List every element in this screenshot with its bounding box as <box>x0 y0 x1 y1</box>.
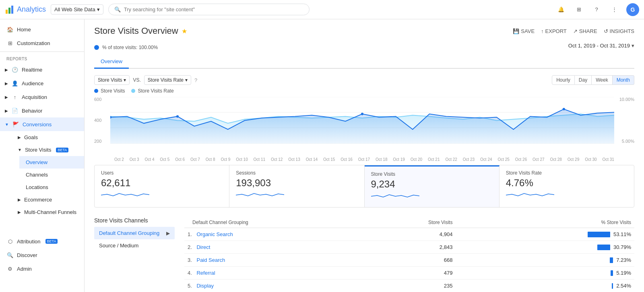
sidebar-item-acquisition[interactable]: ▶ ↑ Acquisition <box>0 90 84 104</box>
sidebar-item-customization[interactable]: ⊞ Customization <box>0 36 84 50</box>
insights-label: INSIGHTS <box>610 28 634 34</box>
top-nav: Analytics All Web Site Data ▾ 🔍 🔔 ⊞ ? ⋮ … <box>0 0 644 19</box>
sidebar-label-conversions: Conversions <box>23 121 52 127</box>
pct-cell: 30.79% <box>456 241 634 254</box>
admin-icon: ⚙ <box>6 265 14 272</box>
avatar[interactable]: G <box>626 3 639 16</box>
x-label-oct17: Oct 17 <box>358 157 370 162</box>
time-btn-week[interactable]: Week <box>592 75 612 85</box>
more-options-icon[interactable]: ⋮ <box>609 4 620 15</box>
brand: Analytics <box>5 5 46 14</box>
sidebar-label-multi-channel: Multi-Channel Funnels <box>24 209 76 215</box>
sidebar-item-locations[interactable]: Locations <box>19 181 84 193</box>
share-label: SHARE <box>579 28 597 34</box>
home-icon: 🏠 <box>6 26 14 33</box>
help-circle-icon[interactable]: ? <box>194 77 197 83</box>
pct-value: 30.79% <box>613 244 631 250</box>
metric2-select[interactable]: Store Visits Rate ▾ <box>144 75 191 85</box>
chart-y-labels-left: 600 400 200 <box>94 97 110 144</box>
row-num: 2. <box>188 244 192 250</box>
channel-link[interactable]: Referral <box>196 270 215 276</box>
sidebar-label-goals: Goals <box>24 134 38 140</box>
chart-controls: Store Visits ▾ VS. Store Visits Rate ▾ ?… <box>94 75 634 85</box>
sidebar-divider <box>0 51 84 52</box>
sidebar-item-realtime[interactable]: ▶ 🕐 Realtime <box>0 63 84 76</box>
channel-item-label: Default Channel Grouping <box>99 230 159 236</box>
top-nav-right: 🔔 ⊞ ? ⋮ G <box>555 3 639 16</box>
help-icon[interactable]: ? <box>591 4 602 15</box>
sidebar-item-ecommerce[interactable]: ▶ Ecommerce <box>13 193 84 206</box>
notifications-icon[interactable]: 🔔 <box>555 4 567 15</box>
tab-overview[interactable]: Overview <box>94 55 129 69</box>
y-label-600: 600 <box>94 97 110 102</box>
metric-sparkline <box>371 191 419 201</box>
sidebar-item-overview[interactable]: Overview <box>19 156 84 169</box>
metric-value: 9,234 <box>371 179 493 190</box>
channel-item-1[interactable]: Source / Medium <box>94 239 175 252</box>
apps-icon[interactable]: ⊞ <box>573 4 584 15</box>
channel-item-arrow: ▶ <box>166 230 170 236</box>
metric1-select[interactable]: Store Visits ▾ <box>94 75 130 85</box>
col-pct-header: % Store Visits <box>456 217 634 228</box>
sidebar-item-channels[interactable]: Channels <box>19 169 84 181</box>
x-label-oct22: Oct 22 <box>445 157 457 162</box>
sidebar-item-home[interactable]: 🏠 Home <box>0 23 84 36</box>
channel-link[interactable]: Direct <box>196 244 210 250</box>
metric-sparkline <box>101 190 149 200</box>
sidebar-item-discover[interactable]: 🔍 Discover <box>0 248 84 262</box>
date-range-arrow: ▾ <box>632 43 634 49</box>
search-input[interactable] <box>124 6 303 12</box>
svg-rect-2 <box>11 6 13 14</box>
sidebar-item-behavior[interactable]: ▶ 📄 Behavior <box>0 104 84 117</box>
share-button[interactable]: ↗ SHARE <box>573 28 597 34</box>
row-num: 1. <box>188 231 192 237</box>
row-num: 4. <box>188 270 192 276</box>
percent-bar <box>588 232 610 237</box>
page-title: Store Visits Overview <box>94 26 178 36</box>
sidebar-item-store-visits[interactable]: ▼ Store Visits BETA <box>13 144 84 156</box>
store-visits-cell: 235 <box>370 280 456 292</box>
legend-store-visits-rate: Store Visits Rate <box>131 88 173 94</box>
save-button[interactable]: 💾 SAVE <box>513 28 535 34</box>
x-label-oct11: Oct 11 <box>254 157 265 162</box>
channel-link[interactable]: Paid Search <box>196 257 225 263</box>
sidebar-item-goals[interactable]: ▶ Goals <box>13 131 84 144</box>
channel-link[interactable]: Organic Search <box>196 231 233 237</box>
header-actions: 💾 SAVE ↑ EXPORT ↗ SHARE ↺ INSIGHTS <box>513 28 634 34</box>
legend-dot-store-visits <box>94 89 98 93</box>
svg-point-11 <box>361 113 363 115</box>
row-num: 3. <box>188 257 192 263</box>
channels-section: Store Visits Channels Default Channel Gr… <box>94 217 634 292</box>
sidebar-item-admin[interactable]: ⚙ Admin <box>0 262 84 276</box>
sidebar-sub-conversions: ▶ Goals ▼ Store Visits BETA Overview Cha… <box>0 131 84 218</box>
sidebar-item-attribution[interactable]: ⬡ Attribution BETA <box>0 234 84 248</box>
sidebar-item-audience[interactable]: ▶ 👤 Audience <box>0 76 84 90</box>
x-label-oct13: Oct 13 <box>288 157 300 162</box>
beta-badge-attribution: BETA <box>45 239 58 244</box>
x-label-oct2: Oct 2 <box>114 157 124 162</box>
x-label-oct20: Oct 20 <box>411 157 422 162</box>
main-content: Store Visits Overview ★ 💾 SAVE ↑ EXPORT … <box>85 19 644 292</box>
date-range-value[interactable]: Oct 1, 2019 - Oct 31, 2019 <box>568 43 630 49</box>
metric-card-users: Users 62,611 <box>95 165 229 207</box>
sidebar-item-multi-channel[interactable]: ▶ Multi-Channel Funnels <box>13 206 84 218</box>
time-btn-month[interactable]: Month <box>613 75 634 85</box>
time-btn-hourly[interactable]: Hourly <box>552 75 575 85</box>
sidebar-item-conversions[interactable]: ▼ 🚩 Conversions <box>0 117 84 131</box>
metric-card-store-visits: Store Visits 9,234 <box>365 165 500 207</box>
store-visits-cell: 2,843 <box>370 241 456 254</box>
search-bar: 🔍 <box>108 4 310 15</box>
export-button[interactable]: ↑ EXPORT <box>541 28 567 34</box>
legend-dot-primary <box>94 45 99 50</box>
time-btn-day[interactable]: Day <box>575 75 592 85</box>
insights-button[interactable]: ↺ INSIGHTS <box>604 28 634 34</box>
channel-link[interactable]: Display <box>196 283 214 289</box>
pct-value: 2.54% <box>616 283 631 289</box>
channel-name-cell: 4. Referral <box>184 267 370 280</box>
property-selector[interactable]: All Web Site Data ▾ <box>51 4 103 14</box>
sidebar-label-discover: Discover <box>17 252 37 258</box>
channel-item-0[interactable]: Default Channel Grouping▶ <box>94 227 175 239</box>
x-label-oct4: Oct 4 <box>145 157 155 162</box>
pct-value: 5.19% <box>616 270 631 276</box>
bar-container: 7.23% <box>459 257 631 263</box>
